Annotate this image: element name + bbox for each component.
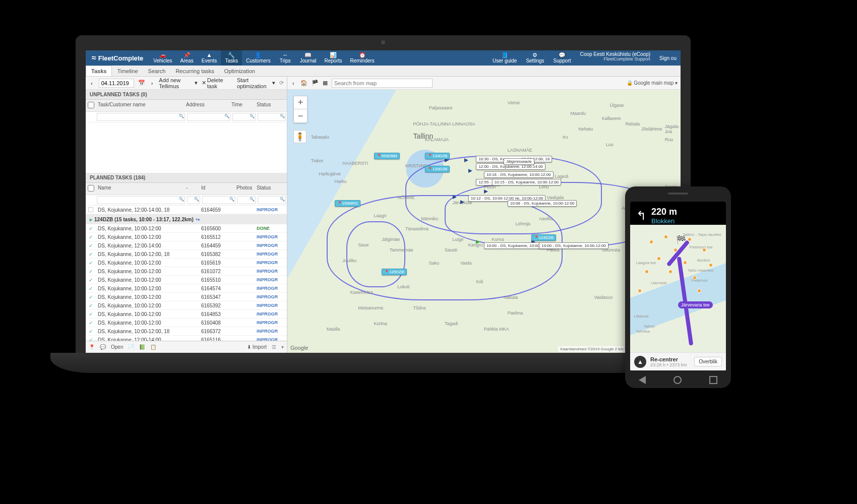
task-row[interactable]: DS, Kojukanne, 12:00-14:00, 186164659INP… xyxy=(86,206,287,214)
ribbon-customers[interactable]: 👤Customers xyxy=(242,50,274,66)
select-all-planned[interactable] xyxy=(88,185,94,192)
android-back-button[interactable] xyxy=(639,376,646,384)
subtab-timeline[interactable]: Timeline xyxy=(112,66,143,76)
map-back-button[interactable]: ‹ xyxy=(290,80,296,86)
start-optimization-button[interactable]: Start optimization ▾ xyxy=(237,77,275,89)
delete-task-button[interactable]: ✕ Delete task xyxy=(202,77,229,89)
map-type-dropdown[interactable]: 🔒 Google main map ▾ xyxy=(627,80,678,86)
map-pin-icon[interactable]: 📍 xyxy=(89,344,95,350)
ribbon-reports[interactable]: 📊Reports xyxy=(320,50,346,66)
filter-p-dash[interactable] xyxy=(187,196,200,204)
signout-link[interactable]: Sign ou xyxy=(655,55,681,61)
ribbon-user-guide[interactable]: 📘User guide xyxy=(488,52,521,64)
task-row[interactable]: DS, Kojukanne, 10:00-12:006165512INPROGR xyxy=(86,233,287,241)
task-row[interactable]: DS, Kojukanne, 10:00-12:006165600DONE xyxy=(86,224,287,233)
ribbon-trips[interactable]: ↔Trips xyxy=(275,50,296,66)
task-row[interactable]: DS, Kojukanne, 10:00-12:006160408INPROGR xyxy=(86,319,287,327)
date-input[interactable] xyxy=(99,79,134,88)
filter-status[interactable] xyxy=(258,113,286,121)
ribbon-vehicles[interactable]: 🚗Vehicles xyxy=(149,50,176,66)
filter-p-photos[interactable] xyxy=(237,196,256,204)
recenter-button[interactable]: Re-centrer xyxy=(650,356,687,362)
zoom-out-button[interactable]: − xyxy=(294,109,307,122)
list-view-icon[interactable]: ☰ xyxy=(272,344,276,350)
map-place-label: Saue xyxy=(358,242,369,247)
home-icon[interactable]: 🏠 xyxy=(300,80,308,86)
filter-name[interactable] xyxy=(97,113,185,121)
zoom-in-button[interactable]: + xyxy=(294,96,307,109)
task-map-label[interactable]: 10:15 - DS, Kojukanne, 10:00-12:00 xyxy=(492,179,562,185)
compass-icon[interactable]: ▲ xyxy=(634,356,646,368)
open-button[interactable]: Open xyxy=(111,344,123,350)
ribbon-tasks[interactable]: 🔧Tasks xyxy=(221,50,242,66)
pdf-icon[interactable]: 📄 xyxy=(128,344,134,350)
map-canvas[interactable]: Tallinn ViimsiMaarduRebalaIruLooJõelähtm… xyxy=(287,90,681,353)
task-row[interactable]: DS, Kojukanne, 12:00-14:006164459INPROGR xyxy=(86,241,287,250)
pegman-icon[interactable]: 🧍 xyxy=(293,130,307,143)
subtab-search[interactable]: Search xyxy=(143,66,171,76)
task-row[interactable]: DS, Kojukanne, 10:00-12:006165619INPROGR xyxy=(86,259,287,267)
refresh-icon[interactable]: ⟳ xyxy=(279,80,284,86)
vehicle-pin[interactable]: 📍120DZB xyxy=(425,166,450,172)
filter-p-name[interactable] xyxy=(97,196,185,204)
task-row[interactable]: DS, Kojukanne, 10:00-12:006165392INPROGR xyxy=(86,301,287,310)
poi-marker xyxy=(664,235,668,239)
task-map-label[interactable]: Jälgimisseade xyxy=(504,158,534,165)
doc-icon[interactable]: 📋 xyxy=(150,344,156,350)
vehicle-pin[interactable]: 📍190MRS xyxy=(335,200,360,207)
prev-day-button[interactable]: ‹ xyxy=(89,80,95,86)
ribbon-settings[interactable]: ⚙Settings xyxy=(522,52,548,64)
select-all-unplanned[interactable] xyxy=(88,102,94,108)
ribbon-support[interactable]: 💬Support xyxy=(549,52,575,64)
import-button[interactable]: ⬇ Import xyxy=(247,344,267,350)
task-row[interactable]: DS, Kojukanne, 10:00-12:00, 186166372INP… xyxy=(86,327,287,336)
task-row[interactable]: DS, Kojukanne, 10:00-12:006164853INPROGR xyxy=(86,310,287,319)
android-home-button[interactable] xyxy=(674,376,682,384)
subtab-optimization[interactable]: Optimization xyxy=(219,66,260,76)
expand-icon[interactable]: ▾ xyxy=(281,344,284,350)
ribbon-events[interactable]: ▲Events xyxy=(198,50,221,66)
ribbon-areas[interactable]: 📌Areas xyxy=(176,50,198,66)
layers-icon[interactable]: ▦ xyxy=(323,80,328,86)
unplanned-body xyxy=(86,122,287,173)
task-row[interactable]: DS, Kojukanne, 10:00-12:006165510INPROGR xyxy=(86,276,287,284)
filter-p-id[interactable] xyxy=(202,196,235,204)
excel-icon[interactable]: 📗 xyxy=(139,344,145,350)
task-map-label[interactable]: 10:08 - DS, Kojukanne, 10:00-12:00 xyxy=(508,200,577,207)
flag-icon[interactable]: 🏴 xyxy=(312,80,319,86)
subtab-recurring-tasks[interactable]: Recurring tasks xyxy=(170,66,219,76)
filter-p-status[interactable] xyxy=(258,196,286,204)
ribbon-reminders[interactable]: ⏰Reminders xyxy=(346,50,379,66)
task-flag-icon[interactable] xyxy=(468,169,472,173)
next-day-button[interactable]: › xyxy=(149,80,155,86)
android-recents-button[interactable] xyxy=(709,376,717,384)
task-flag-icon[interactable] xyxy=(460,200,464,204)
map-search-input[interactable] xyxy=(332,79,433,88)
chat-icon[interactable]: 💬 xyxy=(100,344,106,350)
vehicle-pin[interactable]: 📍125DZB xyxy=(382,269,406,275)
calendar-icon[interactable]: 📅 xyxy=(138,80,145,86)
filter-time[interactable] xyxy=(232,113,256,121)
task-map-label[interactable]: 10:18 - DS, Kojukanne, 10:00-12:00 xyxy=(484,171,554,178)
add-task-button[interactable]: Add new Tellimus ▾ xyxy=(159,77,197,89)
ribbon-journal[interactable]: 📖Journal xyxy=(296,50,321,66)
task-map-label[interactable]: 10:00 - DS, Kojukanne, 10:00-12:00 xyxy=(539,242,608,249)
task-row[interactable]: DS, Kojukanne, 10:00-12:00, 186165382INP… xyxy=(86,250,287,259)
subtab-tasks[interactable]: Tasks xyxy=(86,66,112,76)
filter-address[interactable] xyxy=(187,113,230,121)
overblik-button[interactable]: Overblik xyxy=(694,357,722,366)
task-flag-icon[interactable] xyxy=(453,195,457,199)
phone-map-label: Laagna tee xyxy=(636,261,656,265)
vehicle-pin[interactable]: 📍550DBM xyxy=(374,153,400,159)
task-flag-icon[interactable] xyxy=(464,158,468,162)
vehicle-pin[interactable]: 📍134DZB xyxy=(425,153,450,159)
task-group-header[interactable]: 124DZB (15 tasks, 10:00 - 13:17, 122.2km… xyxy=(86,214,287,224)
task-flag-icon[interactable] xyxy=(484,190,488,194)
vehicle-pin[interactable]: 📍124DZB xyxy=(531,234,556,241)
task-flag-icon[interactable] xyxy=(476,240,480,244)
task-row[interactable]: DS, Kojukanne, 10:00-12:006165347INPROGR xyxy=(86,293,287,301)
task-row[interactable]: DS, Kojukanne, 10:00-12:006164574INPROGR xyxy=(86,284,287,293)
task-row[interactable]: DS, Kojukanne, 10:00-12:006161072INPROGR xyxy=(86,267,287,276)
phone-map[interactable]: 🏁 Järvevana tee Laagna teePeterburi teeT… xyxy=(630,225,726,352)
task-row[interactable]: DS, Kojukanne, 12:00-14:006165116INPROGR xyxy=(86,336,287,341)
